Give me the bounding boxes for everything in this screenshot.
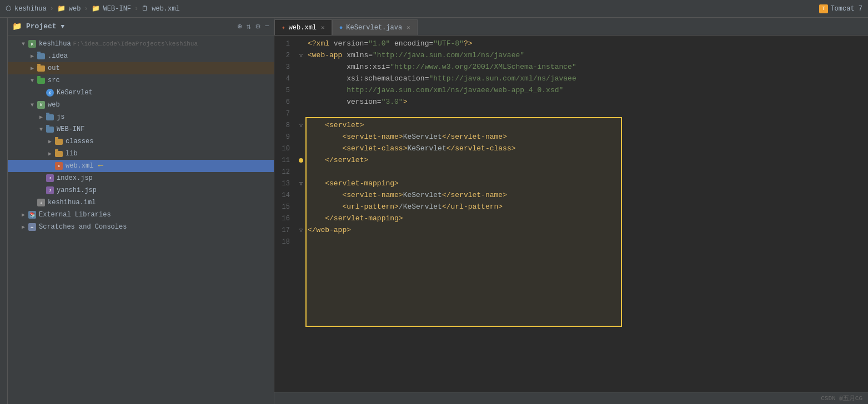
selection-arrow: ← [98, 161, 103, 171]
minimize-icon[interactable]: − [265, 22, 269, 31]
tab-webxml-close[interactable]: ✕ [321, 24, 325, 31]
tab-keservlet[interactable]: ● KeServlet.java ✕ [332, 19, 418, 35]
file-tree: ▼ K keshihua F:\idea_code\IdeaProjects\k… [8, 36, 274, 404]
tree-item-scratches[interactable]: ▶ ✏ Scratches and Consoles [8, 221, 274, 233]
tree-label-webinf: WEB-INF [57, 125, 84, 133]
tree-label-keservlet: KeServlet [57, 89, 93, 97]
tree-label-scratches: Scratches and Consoles [39, 223, 127, 231]
code-line-18: 18 [274, 236, 868, 248]
tree-label-yanshijsp: yanshi.jsp [57, 186, 97, 194]
code-line-8: 8 ▽ <servlet> [274, 119, 868, 131]
tree-path-keshihua: F:\idea_code\IdeaProjects\keshihua [73, 41, 198, 47]
tree-item-extlibs[interactable]: ▶ 📚 External Libraries [8, 209, 274, 221]
tree-item-classes[interactable]: ▶ classes [8, 135, 274, 148]
editor: ✦ web.xml ✕ ● KeServlet.java ✕ 1 <?xml v… [274, 18, 868, 404]
lib-folder-icon [55, 151, 63, 157]
web-icon: W [37, 101, 45, 109]
tree-label-js: js [57, 113, 64, 121]
tree-item-js[interactable]: ▶ js [8, 111, 274, 123]
status-bar: CSDN @五月CG [274, 392, 868, 404]
code-line-11: 11 </servlet> [274, 154, 868, 166]
tree-item-web[interactable]: ▼ W web [8, 99, 274, 111]
java-icon: C [46, 89, 54, 97]
breadcrumb-root-icon: ⬡ [6, 4, 11, 13]
tab-java-icon: ● [339, 24, 343, 31]
code-line-16: 16 </servlet-mapping> [274, 213, 868, 224]
tree-item-indexjsp[interactable]: J index.jsp [8, 172, 274, 184]
xml-file-icon: X [55, 162, 63, 170]
sidebar: 📁 Project ▼ ⊕ ⇅ ⚙ − ▼ K keshihua F:\idea… [8, 18, 274, 404]
code-line-13: 13 ▽ <servlet-mapping> [274, 178, 868, 189]
code-line-3: 3 xmlns:xsi="http://www.w3.org/2001/XMLS… [274, 61, 868, 73]
breadcrumb-web[interactable]: web [69, 5, 81, 13]
tree-item-src[interactable]: ▼ src [8, 74, 274, 87]
tomcat-label: Tomcat 7 [830, 5, 862, 13]
tree-label-webxml: web.xml [66, 162, 93, 170]
tab-keservlet-label: KeServlet.java [346, 24, 402, 32]
tree-item-iml[interactable]: i keshihua.iml [8, 196, 274, 209]
fold-icon-2[interactable]: ▽ [299, 52, 303, 59]
tree-item-keshihua[interactable]: ▼ K keshihua F:\idea_code\IdeaProjects\k… [8, 38, 274, 50]
folder-icon-out [37, 65, 45, 72]
tree-label-iml: keshihua.iml [48, 199, 96, 206]
yanshijsp-icon: J [46, 186, 54, 194]
breakpoint-dot-11[interactable] [299, 158, 303, 163]
settings-icon[interactable]: ⚙ [255, 22, 260, 31]
code-line-17: 17 ▽ </web-app> [274, 224, 868, 236]
fold-icon-13[interactable]: ▽ [299, 180, 303, 187]
tree-item-lib[interactable]: ▶ lib [8, 148, 274, 160]
code-line-12: 12 [274, 166, 868, 178]
tree-item-yanshijsp[interactable]: J yanshi.jsp [8, 184, 274, 196]
tree-item-webinf[interactable]: ▼ WEB-INF [8, 123, 274, 135]
tree-label-web: web [48, 101, 60, 109]
code-line-15: 15 <url-pattern>/KeServlet</url-pattern> [274, 201, 868, 213]
tree-label-extlibs: External Libraries [39, 211, 111, 219]
code-line-4: 4 xsi:schemaLocation="http://java.sun.co… [274, 73, 868, 84]
code-line-14: 14 <servlet-name>KeServlet</servlet-name… [274, 189, 868, 201]
left-toolbar [0, 18, 8, 404]
fold-icon-17[interactable]: ▽ [299, 227, 303, 234]
breadcrumb-keshihua[interactable]: keshihua [14, 5, 47, 13]
breadcrumb-webinf[interactable]: WEB-INF [103, 5, 131, 13]
folder-icon-idea [37, 53, 45, 59]
classes-folder-icon [55, 139, 63, 145]
code-line-6: 6 version="3.0"> [274, 96, 868, 108]
tree-label-classes: classes [66, 138, 93, 145]
tomcat-button[interactable]: T Tomcat 7 [819, 4, 862, 13]
js-folder-icon [46, 114, 54, 120]
tree-item-idea[interactable]: ▶ .idea [8, 50, 274, 62]
project-header: 📁 Project ▼ ⊕ ⇅ ⚙ − [8, 18, 274, 36]
header-icons: ⊕ ⇅ ⚙ − [237, 22, 269, 31]
project-title: Project [26, 22, 57, 31]
code-line-7: 7 [274, 108, 868, 119]
code-line-10: 10 <servlet-class>KeServlet</servlet-cla… [274, 143, 868, 154]
src-folder-icon [37, 78, 45, 84]
code-line-2: 2 ▽ <web-app xmlns="http://java.sun.com/… [274, 49, 868, 61]
code-line-1: 1 <?xml version="1.0" encoding="UTF-8"?> [274, 38, 868, 49]
tree-label-src: src [48, 77, 60, 84]
tab-keservlet-close[interactable]: ✕ [407, 24, 410, 31]
code-area[interactable]: 1 <?xml version="1.0" encoding="UTF-8"?>… [274, 36, 868, 392]
tree-label-keshihua: keshihua [39, 40, 71, 48]
folder-icon-2: 📁 [92, 4, 100, 13]
indexjsp-icon: J [46, 174, 54, 182]
right-actions: T Tomcat 7 [819, 4, 862, 13]
breadcrumb-webxml[interactable]: web.xml [152, 5, 179, 13]
code-line-5: 5 http://java.sun.com/xml/ns/javaee/web-… [274, 84, 868, 96]
root-icon: K [28, 40, 36, 48]
tab-webxml[interactable]: ✦ web.xml ✕ [274, 19, 332, 35]
tree-item-out[interactable]: ▶ out [8, 62, 274, 74]
main-layout: 📁 Project ▼ ⊕ ⇅ ⚙ − ▼ K keshihua F:\idea… [0, 18, 868, 404]
tree-item-keservlet[interactable]: C KeServlet [8, 87, 274, 99]
project-folder-icon: 📁 [12, 22, 22, 31]
folder-icon: 📁 [57, 4, 66, 13]
locate-icon[interactable]: ⊕ [237, 22, 242, 31]
tree-label-indexjsp: index.jsp [57, 174, 93, 182]
tab-bar: ✦ web.xml ✕ ● KeServlet.java ✕ [274, 18, 868, 36]
fold-icon-8[interactable]: ▽ [299, 122, 303, 129]
collapse-icon[interactable]: ⇅ [247, 22, 251, 31]
tree-item-webxml[interactable]: X web.xml ← [8, 160, 274, 172]
project-dropdown-icon[interactable]: ▼ [61, 23, 65, 30]
title-bar: ⬡ keshihua › 📁 web › 📁 WEB-INF › 🗒 web.x… [0, 0, 868, 18]
webinf-folder-icon [46, 127, 54, 133]
